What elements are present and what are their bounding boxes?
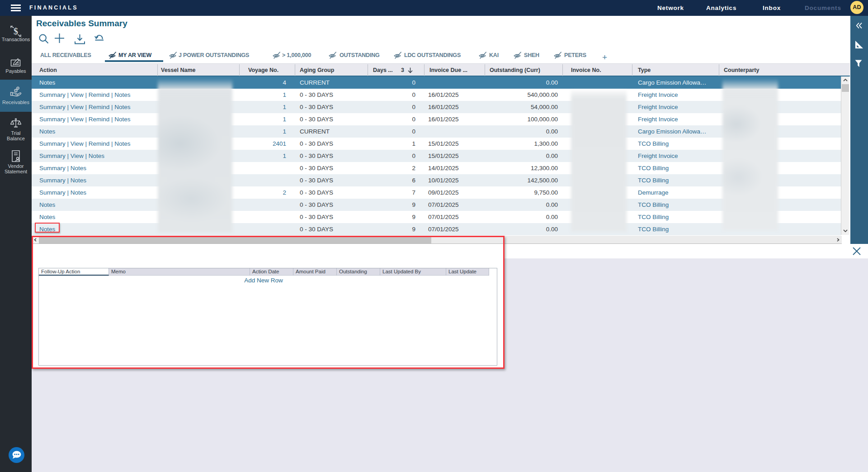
svg-text:$: $: [14, 26, 18, 36]
